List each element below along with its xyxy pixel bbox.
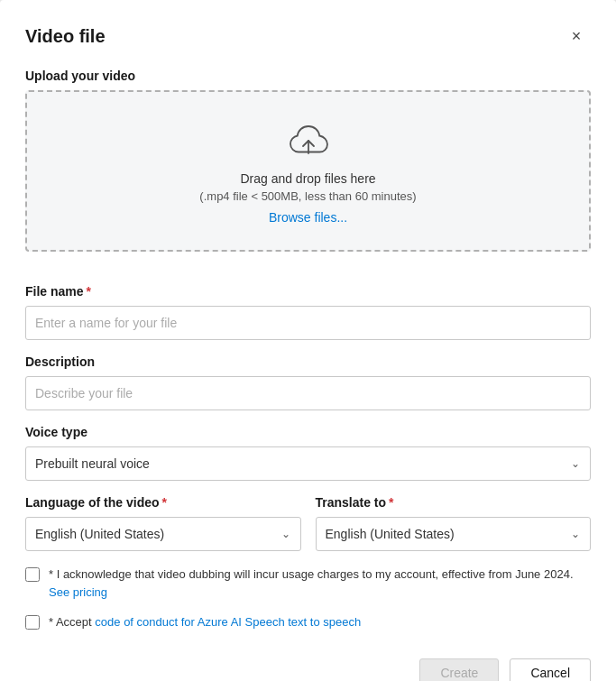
translate-required-star: * (389, 495, 393, 510)
dialog-title: Video file (25, 26, 106, 47)
dialog-footer: Create Cancel (25, 644, 591, 682)
close-button[interactable]: × (562, 22, 591, 51)
create-button: Create (419, 658, 499, 682)
upload-section: Upload your video Drag and drop files he… (25, 69, 591, 270)
upload-main-text: Drag and drop files here (240, 171, 375, 186)
checkbox2-group: * Accept code of conduct for Azure AI Sp… (25, 613, 591, 631)
translate-to-select[interactable]: English (United States) (316, 517, 592, 551)
language-required-star: * (162, 495, 167, 510)
checkbox2-input[interactable] (25, 615, 40, 630)
dialog-header: Video file × (25, 22, 591, 51)
cancel-button[interactable]: Cancel (510, 658, 591, 682)
upload-sub-text: (.mp4 file < 500MB, less than 60 minutes… (199, 189, 416, 203)
browse-link[interactable]: Browse files... (269, 210, 347, 225)
checkbox1-input[interactable] (25, 567, 40, 582)
voice-type-label: Voice type (25, 425, 591, 439)
description-input[interactable] (25, 376, 591, 410)
checkbox2-label: * Accept code of conduct for Azure AI Sp… (49, 613, 361, 631)
video-file-dialog: Video file × Upload your video Drag and … (0, 0, 616, 681)
code-of-conduct-link[interactable]: code of conduct for Azure AI Speech text… (95, 615, 361, 629)
file-name-input[interactable] (25, 306, 591, 340)
translate-to-select-wrapper: English (United States) ⌄ (316, 517, 592, 551)
checkbox1-label: * I acknowledge that video dubbing will … (49, 566, 591, 601)
language-video-label: Language of the video* (25, 495, 301, 510)
language-translate-row: Language of the video* English (United S… (25, 495, 591, 551)
voice-type-select[interactable]: Prebuilt neural voice (25, 446, 591, 481)
upload-label: Upload your video (25, 69, 591, 83)
voice-type-group: Voice type Prebuilt neural voice ⌄ (25, 425, 591, 481)
checkbox1-group: * I acknowledge that video dubbing will … (25, 566, 591, 601)
voice-type-select-wrapper: Prebuilt neural voice ⌄ (25, 446, 591, 481)
language-video-select[interactable]: English (United States) (25, 517, 301, 551)
required-star: * (87, 284, 91, 299)
file-name-group: File name* (25, 284, 591, 340)
description-label: Description (25, 354, 591, 369)
see-pricing-link[interactable]: See pricing (49, 585, 107, 599)
upload-cloud-icon (285, 121, 332, 162)
translate-to-group: Translate to* English (United States) ⌄ (316, 495, 592, 551)
language-video-group: Language of the video* English (United S… (25, 495, 301, 551)
file-name-label: File name* (25, 284, 591, 299)
language-video-select-wrapper: English (United States) ⌄ (25, 517, 301, 551)
description-group: Description (25, 354, 591, 410)
upload-dropzone[interactable]: Drag and drop files here (.mp4 file < 50… (25, 90, 591, 252)
translate-to-label: Translate to* (316, 495, 592, 510)
